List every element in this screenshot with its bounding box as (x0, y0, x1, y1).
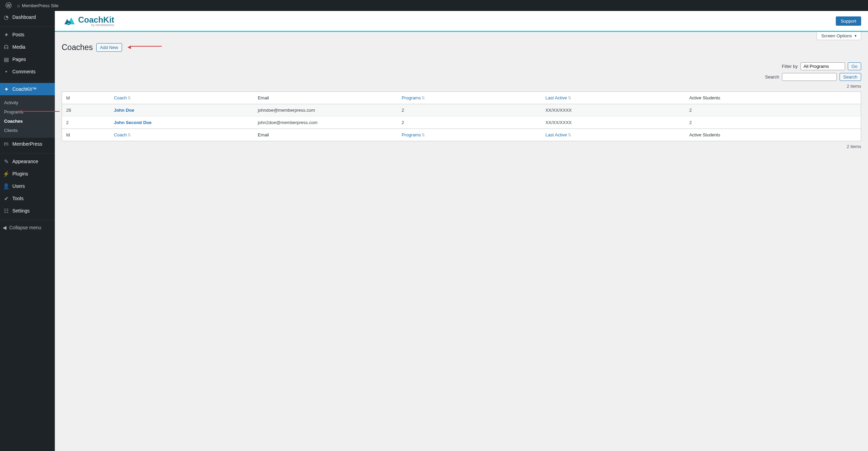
menu-label: Dashboard (12, 14, 36, 20)
svg-text:m: m (68, 22, 70, 25)
submenu-clients[interactable]: Clients (0, 126, 55, 135)
cell-id: 2 (62, 117, 110, 129)
plugin-header: m CoachKit by memberpress Support (55, 11, 868, 32)
memberpress-icon: m (3, 141, 10, 147)
menu-posts[interactable]: ✦Posts (0, 28, 55, 41)
items-count-bottom: 2 items (62, 144, 861, 149)
menu-label: MemberPress (12, 141, 42, 147)
menu-label: CoachKit™ (12, 86, 37, 92)
menu-media[interactable]: ☊Media (0, 41, 55, 53)
site-name: MemberPress Site (22, 3, 59, 8)
dashboard-icon: ◔ (3, 14, 10, 21)
col-coach-label: Coach (114, 132, 127, 137)
cell-students: 2 (685, 104, 861, 117)
wp-logo[interactable]: ⓦ (3, 1, 14, 10)
col-programs[interactable]: Programs⇅ (398, 92, 541, 104)
cell-lastactive: XX/XX/XXXX (541, 104, 685, 117)
coach-link[interactable]: John Second Doe (114, 120, 151, 125)
col-coach-foot[interactable]: Coach⇅ (110, 129, 254, 141)
menu-memberpress[interactable]: mMemberPress (0, 138, 55, 150)
site-link[interactable]: ⌂ MemberPress Site (14, 3, 61, 8)
sort-icon: ⇅ (127, 133, 131, 137)
items-count-top: 2 items (62, 84, 861, 89)
col-programs-foot[interactable]: Programs⇅ (398, 129, 541, 141)
filter-by-label: Filter by (782, 64, 797, 69)
media-icon: ☊ (3, 44, 10, 50)
logo-text: CoachKit (78, 15, 114, 24)
col-coach[interactable]: Coach⇅ (110, 92, 254, 104)
content-area: m CoachKit by memberpress Support Screen… (55, 11, 868, 156)
pages-icon: ▤ (3, 56, 10, 63)
cell-id: 26 (62, 104, 110, 117)
search-label: Search (765, 74, 779, 80)
col-lastactive-foot[interactable]: Last Active⇅ (541, 129, 685, 141)
cell-programs: 2 (398, 117, 541, 129)
col-coach-label: Coach (114, 95, 127, 100)
sort-icon: ⇅ (127, 96, 131, 100)
menu-label: Comments (12, 69, 36, 74)
table-row: 2 John Second Doe john2doe@memberpress.c… (62, 117, 861, 129)
logo-mountain-icon: m (62, 16, 76, 26)
col-programs-label: Programs (402, 132, 421, 137)
menu-label: Pages (12, 57, 26, 62)
coachkit-logo: m CoachKit by memberpress (62, 15, 114, 27)
col-students: Active Students (685, 92, 861, 104)
cell-email: johndoe@memberpress.com (254, 104, 398, 117)
col-lastactive[interactable]: Last Active⇅ (541, 92, 685, 104)
go-button[interactable]: Go (848, 62, 861, 70)
col-email-foot: Email (254, 129, 398, 141)
page-title: Coaches (62, 43, 93, 52)
mountain-icon: ✦ (3, 86, 10, 93)
menu-pages[interactable]: ▤Pages (0, 53, 55, 65)
cell-email: john2doe@memberpress.com (254, 117, 398, 129)
menu-label: Posts (12, 32, 24, 37)
menu-comments[interactable]: ▪Comments (0, 65, 55, 78)
sort-icon: ⇅ (421, 133, 425, 137)
submenu-activity[interactable]: Activity (0, 98, 55, 107)
cell-lastactive: XX/XX/XXXX (541, 117, 685, 129)
sort-icon: ⇅ (568, 133, 571, 137)
menu-appearance[interactable]: ✎Appearance (0, 155, 55, 156)
col-email: Email (254, 92, 398, 104)
table-row: 26 John Doe johndoe@memberpress.com 2 XX… (62, 104, 861, 117)
col-id: Id (62, 92, 110, 104)
admin-sidebar: ◔Dashboard ✦Posts ☊Media ▤Pages ▪Comment… (0, 11, 55, 156)
annotation-arrow-add-new (127, 46, 162, 49)
sort-icon: ⇅ (421, 96, 425, 100)
menu-dashboard[interactable]: ◔Dashboard (0, 11, 55, 23)
pin-icon: ✦ (3, 31, 10, 38)
comments-icon: ▪ (3, 68, 10, 75)
cell-programs: 2 (398, 104, 541, 117)
annotation-arrow-sidebar (19, 110, 60, 113)
search-input[interactable] (782, 73, 837, 81)
submenu-coaches[interactable]: Coaches (0, 117, 55, 126)
add-new-button[interactable]: Add New (96, 43, 122, 52)
col-lastactive-label: Last Active (546, 95, 567, 100)
col-programs-label: Programs (402, 95, 421, 100)
screen-options-toggle[interactable]: Screen Options (817, 32, 861, 40)
support-button[interactable]: Support (836, 16, 861, 26)
home-icon: ⌂ (17, 3, 20, 8)
col-lastactive-label: Last Active (546, 132, 567, 137)
coach-link[interactable]: John Doe (114, 108, 134, 113)
wordpress-icon: ⓦ (5, 1, 12, 10)
col-id-foot: Id (62, 129, 110, 141)
menu-coachkit[interactable]: ✦CoachKit™ (0, 83, 55, 95)
coaches-table: Id Coach⇅ Email Programs⇅ Last Active⇅ A… (62, 92, 861, 141)
search-button[interactable]: Search (840, 73, 861, 81)
menu-label: Media (12, 44, 25, 50)
screen-options-label: Screen Options (821, 33, 852, 38)
programs-filter-select[interactable]: All Programs (800, 62, 845, 70)
admin-bar: ⓦ ⌂ MemberPress Site (0, 0, 868, 11)
sort-icon: ⇅ (568, 96, 571, 100)
coachkit-submenu: Activity Programs Coaches Clients (0, 95, 55, 138)
col-students-foot: Active Students (685, 129, 861, 141)
cell-students: 2 (685, 117, 861, 129)
